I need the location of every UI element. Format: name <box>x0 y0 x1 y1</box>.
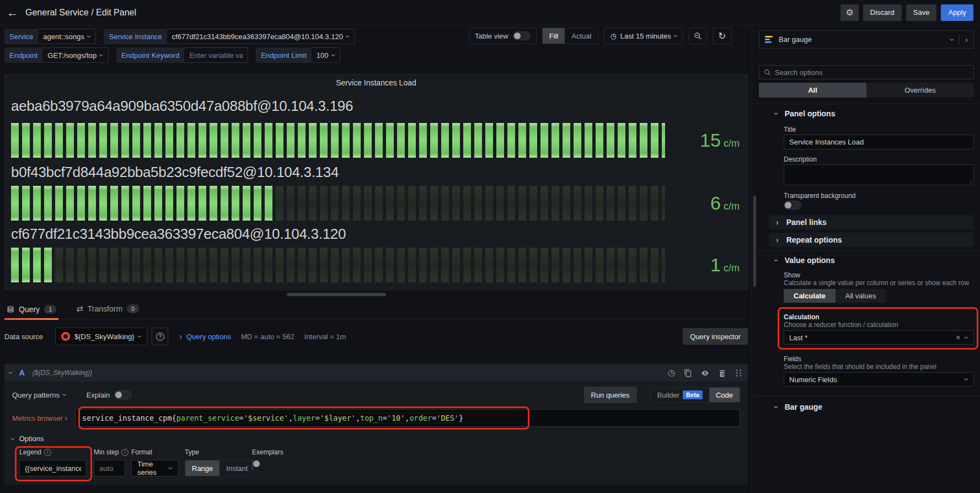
query-patterns-dropdown[interactable]: Query patterns › <box>12 391 67 399</box>
gear-icon[interactable]: ⚙ <box>840 4 858 21</box>
description-textarea[interactable] <box>784 164 974 185</box>
chevron-down-icon: › <box>672 35 680 37</box>
builder-option[interactable]: Builder Beta <box>651 388 709 402</box>
datasource-label: Data source <box>4 333 55 341</box>
query-row-header[interactable]: › A {${DS_SkyWalking}} ◷ <box>4 364 748 382</box>
clock-icon: ◷ <box>610 32 616 40</box>
fill-option[interactable]: Fill <box>543 28 565 44</box>
gauge-row-label: b0f43bcf7d844a92bba5b23c9fecdf52@10.104.… <box>11 164 339 181</box>
transparent-background-toggle[interactable] <box>784 201 801 210</box>
tab-all[interactable]: All <box>759 83 866 98</box>
endpoint-keyword-input[interactable] <box>184 47 248 63</box>
chevron-right-icon: › <box>776 218 779 226</box>
zoom-out-icon[interactable] <box>689 28 707 44</box>
transform-count-badge: 0 <box>127 304 139 313</box>
question-circle-icon[interactable]: ? <box>152 328 168 345</box>
endpoint-limit-dropdown[interactable]: 100 › <box>312 47 340 63</box>
discard-button[interactable]: Discard <box>863 4 902 21</box>
gauge-row-value: 15c/m <box>629 130 740 151</box>
datasource-picker[interactable]: ${DS_SkyWalking} › <box>55 328 147 345</box>
calculation-label: Calculation <box>784 313 820 321</box>
gauge-row-label: aeba6b3979a64a909ba6350d47a088bf@10.104.… <box>11 98 353 115</box>
collapse-icon[interactable]: › <box>7 372 15 374</box>
chevron-right-icon[interactable]: › <box>965 36 968 44</box>
tab-transform[interactable]: ⇄ Transform 0 <box>74 304 141 319</box>
header-actions: ⚙ Discard Save Apply <box>840 4 980 21</box>
refresh-icon[interactable]: ↻ <box>713 28 731 44</box>
calculation-description: Choose a reducer function / calculation <box>784 321 898 329</box>
options-sidebar: Bar gauge › › All Overrides › Panel opti… <box>752 25 980 493</box>
chevron-down-icon: › <box>963 378 971 381</box>
endpoint-keyword-label: Endpoint Keyword <box>116 47 185 63</box>
exemplars-field: Exemplars <box>252 448 283 476</box>
chevron-down-icon: › <box>330 54 338 57</box>
calculate-option[interactable]: Calculate <box>784 289 836 303</box>
calculation-select[interactable]: Last * × › <box>784 330 974 345</box>
search-icon <box>764 69 771 76</box>
database-icon <box>7 306 14 313</box>
copy-icon[interactable] <box>684 369 692 377</box>
panel-title-input[interactable] <box>784 135 974 149</box>
metrics-browser-link[interactable]: Metrics browser › <box>12 414 67 422</box>
gauge-row-value: 1c/m <box>629 254 740 276</box>
service-dropdown[interactable]: agent::songs › <box>38 29 96 44</box>
show-description: Calculate a single value per column or s… <box>784 279 969 287</box>
tab-query[interactable]: Query 1 <box>4 305 58 319</box>
endpoint-dropdown[interactable]: GET:/songs/top › <box>42 47 109 63</box>
panel-options-header[interactable]: › Panel options <box>775 109 835 118</box>
value-options-header[interactable]: › Value options <box>775 256 835 265</box>
close-icon[interactable]: × <box>956 333 960 342</box>
variable-service: Service agent::songs › <box>4 29 96 44</box>
variable-endpoint: Endpoint GET:/songs/top › <box>4 47 109 63</box>
legend-input[interactable] <box>19 460 87 476</box>
eye-icon[interactable] <box>701 369 709 377</box>
query-options: › Query options MD = auto = 562 Interval… <box>179 333 346 341</box>
transform-icon: ⇄ <box>76 304 83 314</box>
sidebar-scrollbar[interactable] <box>753 196 756 287</box>
code-option[interactable]: Code <box>709 388 740 402</box>
format-dropdown[interactable]: Time series › <box>131 460 179 476</box>
visualization-picker[interactable]: Bar gauge › › <box>759 30 974 49</box>
options-collapse[interactable]: › Options <box>12 435 740 443</box>
query-ref-id: A <box>19 368 25 377</box>
service-instance-dropdown[interactable]: cf677df21c3143bb9cea363397eca804@10.104.… <box>167 29 355 44</box>
back-arrow-icon[interactable]: ← <box>0 6 25 20</box>
instant-option[interactable]: Instant <box>219 460 252 476</box>
bar-gauge-panel: Service Instances Load aeba6b3979a64a909… <box>4 74 748 290</box>
time-range-picker[interactable]: ◷ Last 15 minutes › <box>604 28 683 44</box>
table-view-toggle[interactable] <box>513 31 531 40</box>
query-options-link[interactable]: Query options <box>186 333 231 341</box>
range-option[interactable]: Range <box>185 460 219 476</box>
options-search-input[interactable] <box>775 68 969 77</box>
all-values-option[interactable]: All values <box>836 289 886 303</box>
query-expression-input[interactable]: service_instance_cpm{parent_service='$se… <box>75 409 740 427</box>
chevron-down-icon: › <box>773 406 780 409</box>
actual-option[interactable]: Actual <box>565 28 598 44</box>
view-controls: Table view Fill Actual ◷ Last 15 minutes… <box>469 28 732 44</box>
repeat-options-collapse[interactable]: › Repeat options <box>769 233 974 247</box>
save-button[interactable]: Save <box>906 4 937 21</box>
chevron-down-icon: › <box>773 259 780 262</box>
apply-button[interactable]: Apply <box>941 4 973 21</box>
transparent-background-label: Transparent background <box>784 192 855 200</box>
trash-icon[interactable] <box>718 369 726 377</box>
bar-gauge-section-header[interactable]: › Bar gauge <box>775 403 822 411</box>
drag-handle-icon[interactable] <box>735 369 742 377</box>
info-circle-icon: i <box>121 449 128 456</box>
endpoint-limit-label: Endpoint Limit <box>256 47 311 63</box>
explain-toggle[interactable] <box>114 390 132 399</box>
info-circle-icon: i <box>44 449 51 456</box>
options-search <box>759 65 974 79</box>
run-queries-button[interactable]: Run queries <box>584 387 637 403</box>
panel-links-collapse[interactable]: › Panel links <box>769 215 974 229</box>
fields-select[interactable]: Numeric Fields › <box>784 372 974 387</box>
tab-overrides[interactable]: Overrides <box>866 83 974 98</box>
min-step-input[interactable] <box>94 460 125 476</box>
query-inspector-button[interactable]: Query inspector <box>683 328 748 345</box>
service-label: Service <box>4 29 38 44</box>
history-icon[interactable]: ◷ <box>668 368 675 378</box>
min-step-field: Min stepi <box>94 448 131 476</box>
exemplars-toggle[interactable] <box>252 459 253 470</box>
horizontal-scrollbar[interactable] <box>287 293 386 296</box>
query-options-row: Legendi Min stepi Format Time series › T… <box>19 448 740 476</box>
